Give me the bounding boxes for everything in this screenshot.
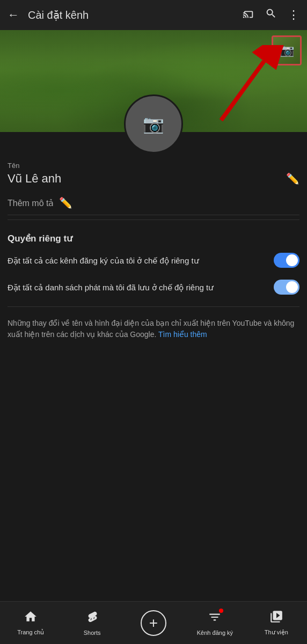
banner-camera-icon: 📷: [280, 43, 294, 57]
subscriptions-label: Kênh đăng ký: [197, 630, 233, 636]
info-text: Những thay đổi về tên và hình đại diện c…: [8, 318, 299, 340]
add-button[interactable]: +: [141, 610, 166, 636]
shorts-icon: [85, 610, 99, 627]
edit-description-button[interactable]: ✏️: [59, 196, 72, 209]
bottom-navigation: Trang chủ Shorts + Kênh đăng ký Thư viện: [0, 601, 307, 644]
header-actions: ⋮: [243, 8, 299, 23]
playlists-privacy-row: Đặt tất cả danh sách phát mà tôi đã lưu …: [8, 280, 299, 297]
home-icon: [24, 610, 38, 627]
toggle-knob-1: [286, 254, 298, 266]
playlists-privacy-toggle[interactable]: [274, 280, 299, 295]
channel-banner: 📷 📷: [0, 30, 307, 132]
learn-more-link[interactable]: Tìm hiểu thêm: [158, 330, 207, 339]
playlists-privacy-label: Đặt tất cả danh sách phát mà tôi đã lưu …: [8, 282, 274, 293]
description-row: Thêm mô tả ✏️: [8, 191, 299, 215]
nav-subscriptions[interactable]: Kênh đăng ký: [184, 610, 245, 636]
subscriptions-badge: [219, 609, 223, 613]
subscriptions-icon: [208, 610, 222, 627]
edit-name-button[interactable]: ✏️: [286, 172, 299, 185]
description-placeholder: Thêm mô tả: [8, 198, 54, 208]
subscriptions-privacy-label: Đặt tất cả các kênh đăng ký của tôi ở ch…: [8, 255, 274, 266]
channel-name: Vũ Lê anh: [8, 172, 61, 186]
shorts-label: Shorts: [84, 630, 101, 636]
nav-shorts[interactable]: Shorts: [61, 610, 122, 636]
name-row: Vũ Lê anh ✏️: [8, 172, 299, 191]
back-button[interactable]: ←: [8, 8, 19, 22]
avatar[interactable]: 📷: [124, 94, 183, 153]
banner-photo-preview: 📷: [273, 37, 300, 64]
library-label: Thư viện: [265, 629, 288, 636]
banner-photo-button[interactable]: 📷: [272, 35, 302, 65]
toggle-knob-2: [286, 281, 298, 293]
avatar-camera-icon: 📷: [143, 114, 164, 134]
home-label: Trang chủ: [17, 629, 44, 636]
subscriptions-privacy-toggle[interactable]: [274, 253, 299, 268]
nav-add[interactable]: +: [123, 610, 184, 636]
cast-icon[interactable]: [243, 8, 254, 23]
search-icon[interactable]: [265, 8, 277, 23]
nav-library[interactable]: Thư viện: [246, 610, 307, 636]
divider-2: [8, 306, 299, 307]
library-icon: [269, 610, 283, 627]
subscriptions-privacy-row: Đặt tất cả các kênh đăng ký của tôi ở ch…: [8, 253, 299, 270]
channel-settings-content: Tên Vũ Lê anh ✏️ Thêm mô tả ✏️ Quyền riê…: [0, 162, 307, 340]
app-header: ← Cài đặt kênh ⋮: [0, 0, 307, 30]
divider-1: [8, 219, 299, 220]
more-options-icon[interactable]: ⋮: [288, 8, 299, 22]
nav-home[interactable]: Trang chủ: [0, 610, 61, 636]
page-title: Cài đặt kênh: [28, 9, 243, 21]
privacy-section-title: Quyền riêng tư: [8, 233, 299, 244]
name-label: Tên: [8, 162, 299, 170]
